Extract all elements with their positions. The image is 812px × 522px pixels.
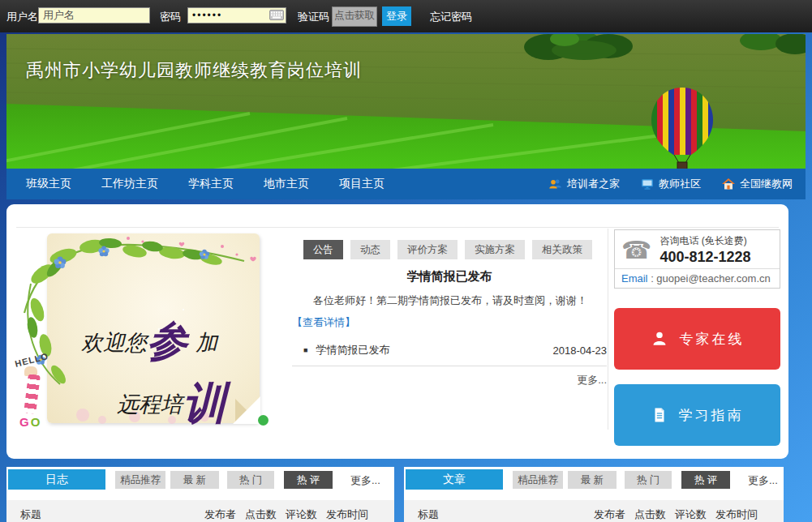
nav-link-label: 教师社区 — [659, 177, 701, 191]
column-publisher: 发布者 — [204, 507, 245, 522]
password-field-wrap — [187, 7, 286, 24]
bullet-icon: ■ — [303, 346, 307, 354]
announcement-list-item: ■ 学情简报已发布 2018-04-23 — [292, 343, 607, 357]
column-comments: 评论数 — [675, 507, 715, 522]
monitor-icon — [641, 178, 654, 190]
tab-dynamics[interactable]: 动态 — [350, 240, 390, 259]
announcement-body: 各位老师好！第二期学情简报已发布，请及时查阅，谢谢！【查看详情】 — [292, 289, 607, 333]
divider — [292, 366, 607, 366]
phone-icon: ☎ — [621, 238, 651, 263]
username-label: 用户名 — [6, 10, 38, 24]
nav-item-class-home[interactable]: 班级主页 — [26, 177, 71, 191]
welcome-line1: 欢迎您参加 — [81, 310, 217, 364]
article-section: 文章 精品推荐 最 新 热 门 热 评 更多... 标题 发布者 点击数 评论数… — [404, 467, 784, 522]
nav-item-workshop-home[interactable]: 工作坊主页 — [101, 177, 158, 191]
study-guide-button[interactable]: 学习指南 — [614, 384, 780, 446]
nav-link-teacher-community[interactable]: 教师社区 — [641, 177, 701, 191]
article-table-header: 标题 发布者 点击数 评论数 发布时间 — [404, 500, 784, 522]
divider — [16, 227, 779, 228]
captcha-label: 验证码 — [298, 10, 329, 24]
tab-related-policy[interactable]: 相关政策 — [532, 240, 592, 259]
column-comments: 评论数 — [286, 507, 326, 522]
column-title: 标题 — [20, 507, 204, 522]
announcement-section: 公告 动态 评价方案 实施方案 相关政策 学情简报已发布 各位老师好！第二期学情… — [292, 240, 607, 387]
article-more-link[interactable]: 更多... — [748, 473, 778, 488]
phone-label: 咨询电话 (免长途费) — [659, 234, 750, 248]
blog-subtab-featured[interactable]: 精品推荐 — [115, 471, 165, 489]
nav-link-label: 培训者之家 — [567, 177, 620, 191]
article-subtab-top-comments[interactable]: 热 评 — [681, 471, 730, 489]
column-publish-time: 发布时间 — [715, 507, 784, 522]
column-publisher: 发布者 — [594, 507, 634, 522]
site-title: 禹州市小学幼儿园教师继续教育岗位培训 — [26, 58, 362, 83]
tab-evaluation-plan[interactable]: 评价方案 — [397, 240, 458, 259]
contact-box: ☎ 咨询电话 (免长途费) 400-812-1228 Email : guope… — [614, 229, 780, 289]
password-label: 密码 — [160, 10, 181, 24]
announcement-item-title[interactable]: 学情简报已发布 — [316, 343, 389, 357]
tab-implementation-plan[interactable]: 实施方案 — [465, 240, 525, 259]
nav-link-label: 全国继教网 — [740, 177, 793, 191]
announcement-tabs: 公告 动态 评价方案 实施方案 相关政策 — [303, 240, 607, 259]
announcement-item-date: 2018-04-23 — [553, 344, 608, 357]
person-icon — [651, 330, 668, 348]
blog-subtab-newest[interactable]: 最 新 — [170, 471, 219, 489]
article-subtab-newest[interactable]: 最 新 — [568, 471, 617, 489]
email-row: Email : guopei@teacher.com.cn — [615, 268, 780, 288]
nav-right: 培训者之家 教师社区 全国继教网 — [548, 177, 806, 191]
login-bar: 用户名 密码 验证码 点击获取 登录 忘记密码 — [0, 0, 812, 32]
welcome-line2: 远程培训 — [117, 368, 226, 427]
blog-table-header: 标题 发布者 点击数 评论数 发布时间 — [6, 500, 394, 522]
login-button[interactable]: 登录 — [382, 6, 411, 26]
column-publish-time: 发布时间 — [326, 507, 394, 522]
users-icon — [548, 178, 562, 190]
column-title: 标题 — [418, 507, 594, 522]
forgot-password-link[interactable]: 忘记密码 — [430, 10, 472, 24]
nav-item-city-home[interactable]: 地市主页 — [264, 177, 309, 191]
main-nav: 班级主页 工作坊主页 学科主页 地市主页 项目主页 培训者之家 — [6, 169, 806, 199]
welcome-carousel-image[interactable]: HELLO 欢迎您参加 远程培训 GO — [13, 232, 281, 430]
expert-online-button[interactable]: 专家在线 — [614, 308, 780, 370]
home-icon — [722, 178, 735, 190]
right-column: ☎ 咨询电话 (免长途费) 400-812-1228 Email : guope… — [614, 229, 780, 446]
carousel-indicator-dot[interactable] — [258, 415, 269, 426]
phone-row: ☎ 咨询电话 (免长途费) 400-812-1228 — [615, 230, 780, 268]
blog-subtab-top-comments[interactable]: 热 评 — [284, 471, 333, 489]
article-subtab-hot[interactable]: 热 门 — [625, 471, 672, 489]
document-icon — [651, 407, 668, 423]
keyboard-icon[interactable] — [269, 10, 284, 20]
blog-section: 日志 精品推荐 最 新 热 门 热 评 更多... 标题 发布者 点击数 评论数… — [6, 467, 394, 522]
nav-item-project-home[interactable]: 项目主页 — [339, 177, 385, 191]
email-label[interactable]: Email — [621, 272, 648, 285]
nav-link-trainer-home[interactable]: 培训者之家 — [548, 177, 620, 191]
go-text: GO — [19, 415, 41, 429]
vertical-divider — [608, 229, 608, 430]
article-main-tab[interactable]: 文章 — [406, 469, 503, 490]
field-photo — [6, 34, 806, 169]
banner-image: 禹州市小学幼儿园教师继续教育岗位培训 — [6, 34, 806, 169]
phone-texts: 咨询电话 (免长途费) 400-812-1228 — [659, 234, 750, 266]
username-input[interactable] — [38, 7, 150, 24]
tab-notice[interactable]: 公告 — [303, 240, 343, 259]
column-clicks: 点击数 — [245, 507, 286, 522]
page: 用户名 密码 验证码 点击获取 登录 忘记密码 — [0, 0, 812, 522]
view-details-link[interactable]: 【查看详情】 — [292, 316, 355, 328]
article-subtab-featured[interactable]: 精品推荐 — [513, 471, 563, 489]
email-value: guopei@teacher.com.cn — [656, 272, 770, 285]
blog-main-tab[interactable]: 日志 — [8, 469, 105, 490]
blog-more-link[interactable]: 更多... — [350, 473, 380, 488]
column-clicks: 点击数 — [634, 507, 675, 522]
nav-left: 班级主页 工作坊主页 学科主页 地市主页 项目主页 — [6, 177, 385, 191]
nav-link-national-network[interactable]: 全国继教网 — [722, 177, 793, 191]
announcement-headline: 学情简报已发布 — [292, 269, 607, 285]
nav-item-subject-home[interactable]: 学科主页 — [188, 177, 234, 191]
blog-subtab-hot[interactable]: 热 门 — [227, 471, 274, 489]
captcha-get-button[interactable]: 点击获取 — [332, 6, 377, 27]
phone-number: 400-812-1228 — [659, 249, 750, 266]
main-panel: HELLO 欢迎您参加 远程培训 GO 公告 动态 评价方案 实施方案 相关政策… — [6, 204, 788, 459]
announcement-more-link[interactable]: 更多... — [292, 373, 607, 387]
